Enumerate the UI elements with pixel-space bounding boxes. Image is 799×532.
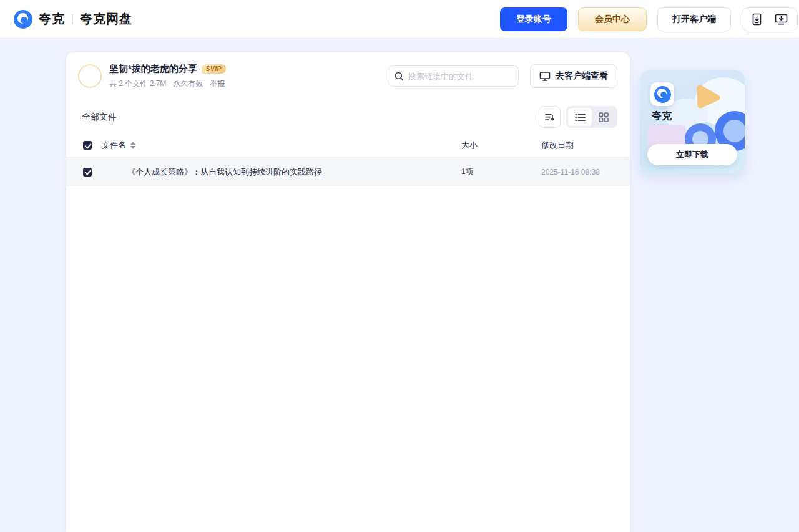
list-view-icon [575, 113, 586, 122]
quark-logo-icon [654, 86, 671, 103]
quark-logo-icon [14, 10, 32, 29]
brand-logo[interactable]: 夸克 夸克网盘 [14, 10, 132, 29]
grid-view-icon [599, 112, 609, 122]
file-icon-placeholder [102, 162, 127, 182]
file-row[interactable]: 《个人成长策略》：从自我认知到持续进阶的实践路径 1项 2025-11-16 0… [66, 157, 630, 186]
svip-badge: SVIP [202, 64, 226, 74]
brand-name: 夸克 [39, 11, 65, 27]
share-file-panel: 坚韧*拔的老虎的分享 SVIP 共 2 个文件 2.7M 永久有效 举报 [66, 52, 630, 532]
view-in-client-button[interactable]: 去客户端查看 [530, 64, 617, 88]
share-files-info: 共 2 个文件 2.7M [109, 79, 166, 89]
search-icon [395, 72, 404, 81]
share-header: 坚韧*拔的老虎的分享 SVIP 共 2 个文件 2.7M 永久有效 举报 [66, 52, 630, 98]
download-apps-box [742, 7, 798, 31]
select-all-checkbox[interactable] [83, 141, 92, 150]
app-download-promo-card[interactable]: 夸克 立即下载 [640, 70, 745, 173]
promo-app-name: 夸克 [652, 110, 672, 123]
sharer-avatar [78, 64, 102, 88]
share-info: 坚韧*拔的老虎的分享 SVIP 共 2 个文件 2.7M 永久有效 举报 [109, 63, 226, 89]
monitor-icon [539, 71, 551, 82]
table-header: 文件名 大小 修改日期 [66, 135, 630, 157]
open-client-button[interactable]: 打开客户端 [657, 7, 731, 31]
column-size-header: 大小 [461, 140, 541, 151]
quark-app-icon [650, 82, 674, 106]
share-title: 坚韧*拔的老虎的分享 [109, 63, 197, 75]
mobile-download-icon[interactable] [752, 13, 762, 26]
column-date-header: 修改日期 [541, 140, 617, 151]
view-in-client-label: 去客户端查看 [556, 70, 608, 82]
brand-product-name: 夸克网盘 [80, 11, 132, 27]
row-checkbox[interactable] [83, 168, 92, 177]
section-title: 全部文件 [82, 112, 117, 123]
vip-center-button[interactable]: 会员中心 [578, 7, 647, 31]
file-name: 《个人成长策略》：从自我认知到持续进阶的实践路径 [127, 167, 322, 178]
brand-divider [72, 14, 73, 24]
column-name-header[interactable]: 文件名 [102, 140, 126, 151]
grid-view-button[interactable] [592, 108, 615, 126]
report-link[interactable]: 举报 [210, 79, 225, 89]
file-date: 2025-11-16 08:38 [541, 168, 617, 177]
share-meta: 共 2 个文件 2.7M 永久有效 举报 [109, 79, 226, 89]
list-view-button[interactable] [568, 108, 592, 126]
search-box[interactable] [388, 65, 519, 87]
desktop-download-icon[interactable] [775, 13, 788, 26]
top-header: 夸克 夸克网盘 登录账号 会员中心 打开客户端 [0, 0, 799, 39]
login-button[interactable]: 登录账号 [500, 7, 567, 31]
share-header-actions: 去客户端查看 [388, 64, 617, 88]
share-validity: 永久有效 [173, 79, 203, 89]
sort-order-button[interactable] [539, 106, 561, 128]
sort-icon [544, 112, 555, 122]
filelist-toolbar: 全部文件 [66, 98, 630, 135]
name-sort-arrows-icon[interactable] [130, 142, 135, 149]
play-triangle-decoration [691, 82, 725, 115]
download-now-button[interactable]: 立即下载 [647, 144, 737, 165]
header-actions: 登录账号 会员中心 打开客户端 [500, 7, 799, 31]
search-input[interactable] [408, 72, 512, 81]
file-size: 1项 [461, 167, 541, 177]
view-mode-toggle [566, 106, 617, 128]
